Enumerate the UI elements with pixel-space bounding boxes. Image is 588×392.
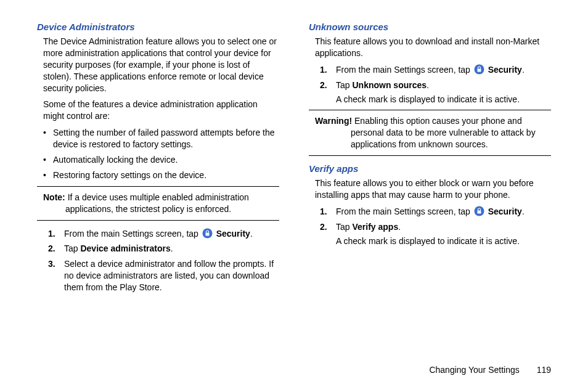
bullet-list: Setting the number of failed password at… — [37, 127, 279, 181]
step-item: From the main Settings screen, tap Secur… — [320, 64, 551, 76]
steps-list-unknown: From the main Settings screen, tap Secur… — [309, 64, 551, 105]
page-content: Device Administrators The Device Adminis… — [37, 22, 551, 297]
step-text: Tap — [64, 243, 80, 253]
left-column: Device Administrators The Device Adminis… — [37, 22, 279, 297]
step-bold: Unknown sources — [352, 80, 427, 90]
bullet-item: Automatically locking the device. — [43, 154, 279, 166]
step-text: . — [522, 65, 525, 75]
step-bold: Verify apps — [352, 222, 398, 232]
step-text: Tap — [336, 80, 352, 90]
step-text: From the main Settings screen, tap — [336, 206, 473, 216]
bullet-item: Restoring factory settings on the device… — [43, 169, 279, 181]
step-text: . — [398, 222, 401, 232]
step-text: . — [171, 243, 173, 253]
step-text: From the main Settings screen, tap — [64, 229, 201, 239]
footer-title: Changing Your Settings — [429, 365, 519, 375]
step-text: . — [250, 229, 253, 239]
page-footer: Changing Your Settings 119 — [429, 365, 551, 375]
step-text: Select a device administrator and follow… — [64, 259, 274, 292]
footer-page-number: 119 — [537, 365, 551, 375]
heading-device-administrators: Device Administrators — [37, 22, 279, 32]
paragraph: This feature allows you to either block … — [309, 178, 551, 201]
step-item: Tap Unknown sources. A check mark is dis… — [320, 80, 551, 105]
step-item: Select a device administrator and follow… — [48, 258, 279, 293]
step-item: Tap Device administrators. — [48, 243, 279, 255]
paragraph: The Device Administration feature allows… — [37, 36, 279, 94]
step-text: . — [522, 206, 525, 216]
steps-list-verify: From the main Settings screen, tap Secur… — [309, 206, 551, 247]
heading-unknown-sources: Unknown sources — [309, 22, 551, 32]
warning-text: Enabling this option causes your phone a… — [351, 116, 536, 149]
step-text: From the main Settings screen, tap — [336, 65, 473, 75]
svg-rect-5 — [477, 210, 481, 213]
step-item: From the main Settings screen, tap Secur… — [320, 206, 551, 218]
bullet-item: Setting the number of failed password at… — [43, 127, 279, 150]
paragraph: This feature allows you to download and … — [309, 36, 551, 59]
note-label: Note: — [43, 192, 65, 202]
step-bold: Security — [486, 206, 522, 216]
lock-icon — [202, 228, 213, 239]
lock-icon — [474, 206, 484, 216]
note-text: If a device uses multiple enabled admini… — [65, 192, 249, 214]
warning-label: Warning! — [315, 116, 352, 126]
right-column: Unknown sources This feature allows you … — [309, 22, 551, 297]
svg-rect-1 — [205, 232, 209, 235]
step-subtext: A check mark is displayed to indicate it… — [336, 94, 551, 105]
step-text: Tap — [336, 222, 352, 232]
step-item: Tap Verify apps. A check mark is display… — [320, 221, 551, 247]
step-bold: Security — [214, 229, 250, 239]
note-block: Note: If a device uses multiple enabled … — [37, 186, 279, 221]
steps-list-device-admin: From the main Settings screen, tap Secur… — [37, 228, 279, 293]
step-item: From the main Settings screen, tap Secur… — [48, 228, 279, 240]
svg-rect-3 — [477, 68, 481, 71]
step-bold: Security — [486, 65, 522, 75]
warning-block: Warning! Enabling this option causes you… — [309, 110, 551, 156]
step-subtext: A check mark is displayed to indicate it… — [336, 235, 551, 247]
step-text: . — [427, 80, 429, 90]
step-bold: Device administrators — [80, 243, 170, 253]
lock-icon — [474, 64, 484, 75]
paragraph: Some of the features a device administra… — [37, 99, 279, 122]
heading-verify-apps: Verify apps — [309, 163, 551, 174]
